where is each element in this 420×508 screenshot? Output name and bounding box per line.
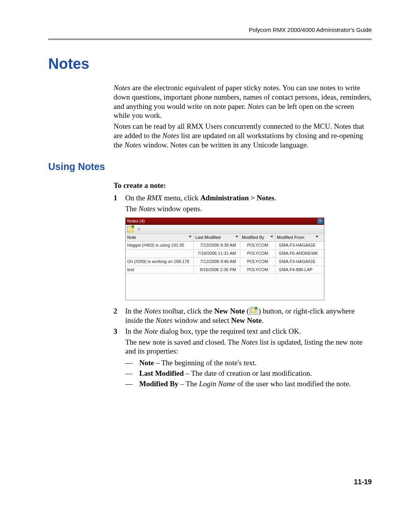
step-3: 3 In the Note dialog box, type the requi…: [114, 327, 372, 336]
step-number: 1: [114, 193, 125, 203]
close-icon[interactable]: ×: [317, 218, 323, 224]
cell-modified-by: POLYCOM: [240, 266, 275, 274]
term-notes: Notes: [241, 338, 258, 346]
cell-modified-from: EMA.F3-HAGAIGE: [275, 242, 320, 249]
term-notes: Notes: [144, 307, 161, 315]
label-new-note: New Note: [214, 307, 245, 315]
step-2: 2 In the Notes toolbar, click the New No…: [114, 307, 372, 325]
list-body: Last Modified – The date of creation or …: [139, 369, 372, 378]
heading-using-notes: Using Notes: [48, 161, 372, 172]
notes-titlebar: Notes (4) ×: [126, 218, 324, 225]
table-row[interactable]: Haggai (#483) is using 191.95 7/13/2006 …: [126, 242, 324, 250]
text: In the: [125, 307, 144, 315]
label: Modified By: [139, 380, 178, 388]
cell-modified-from: EMA.F6-ANDREWK: [275, 250, 320, 258]
subhead-create-note: To create a note:: [114, 181, 372, 190]
notes-table-header: Note Last Modified Modified By Modified …: [126, 234, 324, 242]
text: – The date of creation or last modificat…: [184, 369, 312, 377]
text: (: [245, 307, 249, 315]
list-item: — Note – The beginning of the note's tex…: [125, 358, 372, 368]
cell-last-modified: 7/18/2006 11:31 AM: [194, 250, 240, 258]
cell-modified-by: POLYCOM: [240, 258, 275, 266]
list-body: Note – The beginning of the note's text.: [139, 358, 372, 368]
new-note-icon: [250, 307, 257, 315]
text: menu, click: [162, 194, 200, 202]
step-3-result: The new note is saved and closed. The No…: [125, 338, 372, 356]
text: On the: [125, 194, 147, 202]
col-modified-from[interactable]: Modified From: [275, 234, 320, 242]
step-number: 2: [114, 307, 125, 325]
dash: —: [125, 369, 139, 378]
step-body: In the Notes toolbar, click the New Note…: [125, 307, 372, 325]
text: The: [125, 205, 138, 213]
header-guide-title: Polycom RMX 2000/4000 Administrator's Gu…: [48, 26, 372, 33]
table-row[interactable]: Ori (#289) is working on 189.178 7/12/20…: [126, 258, 324, 266]
step-body: On the RMX menu, click Administration > …: [125, 193, 372, 203]
cell-note: [126, 250, 194, 258]
cell-modified-by: POLYCOM: [240, 250, 275, 258]
header-rule: [48, 39, 372, 40]
page: Polycom RMX 2000/4000 Administrator's Gu…: [0, 0, 420, 508]
text: window opens.: [156, 205, 202, 213]
cell-modified-from: EMA.F3-HAGAIGE: [275, 258, 320, 266]
para-notes-intro: Notes are the electronic equivalent of p…: [114, 83, 372, 120]
term-notes: Notes: [163, 131, 179, 140]
para-notes-shared: Notes can be read by all RMX Users concu…: [114, 122, 372, 149]
text: The new note is saved and closed. The: [125, 338, 241, 346]
col-last-modified[interactable]: Last Modified: [194, 234, 240, 242]
sort-icon: [235, 236, 238, 238]
new-note-button[interactable]: [127, 226, 133, 232]
text: – The: [178, 380, 199, 388]
term-note: Note: [144, 327, 158, 335]
steps-block: To create a note: 1 On the RMX menu, cli…: [114, 181, 372, 388]
step-number: 3: [114, 327, 125, 336]
sort-icon: [189, 236, 192, 238]
notes-toolbar: ✕: [126, 225, 324, 234]
text: .: [262, 316, 264, 324]
notes-window-title: Notes (4): [127, 219, 145, 224]
cell-modified-from: EMA.F4-BBI-LAP: [275, 266, 320, 274]
col-label: Last Modified: [195, 235, 220, 240]
cell-last-modified: 7/12/2006 9:46 AM: [194, 258, 240, 266]
col-label: Modified From: [277, 235, 304, 240]
sort-icon: [270, 236, 273, 238]
notes-table-body: Haggai (#483) is using 191.95 7/13/2006 …: [126, 242, 324, 300]
table-row[interactable]: test 8/16/2006 2:36 PM POLYCOM EMA.F4-BB…: [126, 266, 324, 274]
sort-icon: [315, 236, 318, 238]
text: of the user who last modified the note.: [235, 380, 351, 388]
cell-last-modified: 7/13/2006 8:38 AM: [194, 242, 240, 249]
col-note[interactable]: Note: [126, 234, 194, 242]
new-note-icon: [127, 226, 133, 232]
table-row[interactable]: 7/18/2006 11:31 AM POLYCOM EMA.F6-ANDREW…: [126, 250, 324, 258]
text: window. Notes can be written in any Unic…: [141, 141, 308, 149]
term-rmx: RMX: [147, 194, 162, 202]
step-body: In the Note dialog box, type the require…: [125, 327, 372, 336]
col-label: Modified By: [242, 235, 264, 240]
cell-note: Haggai (#483) is using 191.95: [126, 242, 194, 249]
col-label: Note: [127, 235, 136, 240]
dash: —: [125, 358, 139, 368]
step-1-result: The Notes window opens.: [125, 204, 372, 214]
heading-notes: Notes: [48, 56, 372, 72]
text: window and select: [172, 316, 231, 324]
col-modified-by[interactable]: Modified By: [240, 234, 275, 242]
dash: —: [125, 379, 139, 389]
cell-note: test: [126, 266, 194, 274]
term-notes: Notes: [124, 141, 141, 149]
label-new-note: New Note: [231, 316, 262, 324]
delete-note-button[interactable]: ✕: [136, 226, 142, 232]
notes-window: Notes (4) × ✕ Note Last Modified Modifie…: [125, 217, 324, 301]
label: Last Modified: [139, 369, 184, 377]
list-body: Modified By – The Login Name of the user…: [139, 379, 372, 389]
cell-last-modified: 8/16/2006 2:36 PM: [194, 266, 240, 274]
property-list: — Note – The beginning of the note's tex…: [125, 358, 372, 388]
term-notes: Notes: [138, 205, 155, 213]
term-notes: Notes: [248, 102, 264, 110]
page-number: 11-19: [354, 478, 372, 486]
menu-path: Administration > Notes: [200, 194, 274, 202]
list-item: — Last Modified – The date of creation o…: [125, 369, 372, 378]
body: Notes are the electronic equivalent of p…: [114, 83, 372, 149]
list-item: — Modified By – The Login Name of the us…: [125, 379, 372, 389]
text: In the: [125, 327, 144, 335]
text: – The beginning of the note's text.: [154, 359, 257, 367]
